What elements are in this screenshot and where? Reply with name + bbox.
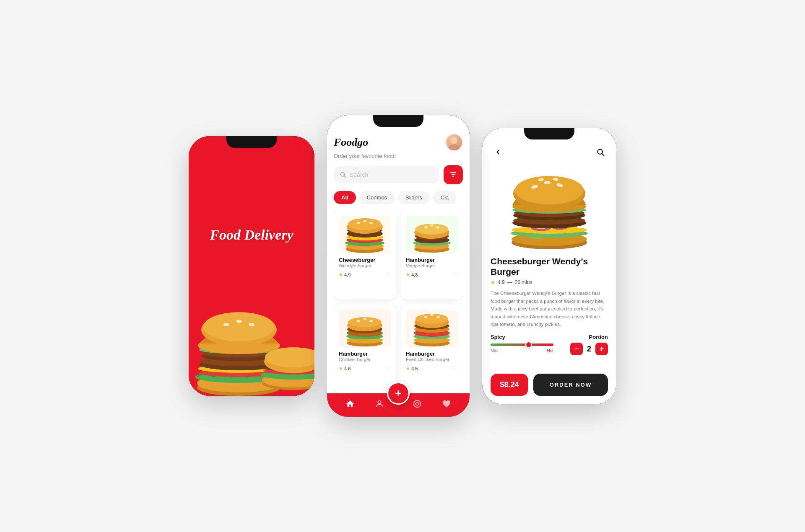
phones-container: Food Delivery [189, 115, 616, 417]
svg-point-41 [363, 220, 366, 222]
nav-home[interactable] [345, 399, 355, 411]
svg-point-24 [448, 145, 460, 151]
svg-point-40 [357, 222, 360, 224]
heart-1[interactable]: ♡ [385, 271, 391, 279]
svg-point-98 [544, 181, 551, 184]
food-name-3: Hamburger [339, 351, 391, 357]
svg-point-14 [236, 320, 242, 323]
svg-point-52 [436, 227, 439, 229]
svg-point-62 [369, 320, 373, 322]
app-name: Foodgo [334, 136, 368, 149]
spicy-section: Spicy Mild Hot [491, 334, 553, 353]
detail-search-icon[interactable] [593, 145, 608, 160]
svg-point-72 [430, 314, 434, 316]
food-name-2: Hamburger [406, 257, 458, 263]
filter-button[interactable] [444, 165, 463, 184]
nav-orders[interactable] [413, 399, 422, 411]
portion-label: Portion [589, 334, 608, 340]
food-grid: Cheeseburger Wendy's Burger ★ 4.9 ♡ [334, 211, 463, 393]
svg-point-71 [424, 316, 427, 318]
order-now-button[interactable]: ORDER NOW [533, 374, 608, 396]
food-rating-2: ★ 4.8 [406, 272, 418, 277]
food-rating-4: ★ 4.5 [406, 366, 418, 371]
portion-controls: − 2 + [570, 343, 608, 355]
bottom-nav [327, 393, 470, 417]
tab-classic[interactable]: Cla [433, 191, 457, 204]
svg-point-25 [451, 137, 457, 143]
heart-3[interactable]: ♡ [385, 364, 391, 372]
detail-content: Cheeseburger Wendy's Burger ★ 4.9 — 26 m… [482, 251, 616, 374]
svg-point-12 [203, 312, 275, 341]
svg-point-42 [369, 222, 373, 224]
detail-top-nav [482, 139, 616, 163]
food-rating-1: ★ 4.9 [339, 272, 351, 277]
food-name-1: Cheeseburger [339, 257, 391, 263]
search-placeholder: Search [350, 171, 368, 178]
svg-point-15 [249, 323, 254, 326]
category-tabs: All Combos Sliders Cla [334, 191, 463, 204]
svg-point-13 [223, 323, 229, 326]
splash-burger [189, 300, 314, 396]
nav-favorites[interactable] [442, 399, 451, 411]
tab-sliders[interactable]: Sliders [398, 191, 430, 204]
tab-all[interactable]: All [334, 191, 356, 204]
search-input[interactable]: Search [334, 166, 439, 183]
spicy-slider-track[interactable] [491, 343, 553, 346]
detail-controls: Spicy Mild Hot Portion − 2 [491, 334, 608, 355]
food-rating-3: ★ 4.6 [339, 366, 351, 371]
svg-line-80 [602, 154, 604, 156]
avatar[interactable] [445, 134, 463, 151]
svg-point-60 [357, 320, 360, 322]
phone-splash: Food Delivery [189, 136, 314, 396]
search-icon [340, 171, 346, 178]
svg-point-26 [341, 173, 345, 176]
detail-meta: ★ 4.9 — 26 mins [491, 279, 608, 285]
nav-fab[interactable] [387, 382, 410, 405]
svg-point-74 [378, 401, 381, 404]
back-button[interactable] [491, 145, 506, 160]
food-card-2[interactable]: Hamburger Veggie Burger ★ 4.8 ♡ [401, 211, 463, 300]
tab-combos[interactable]: Combos [359, 191, 395, 204]
svg-point-61 [363, 318, 366, 320]
svg-point-51 [430, 225, 434, 227]
detail-title: Cheeseburger Wendy's Burger [491, 256, 608, 277]
detail-description: The Cheeseburger Wendy's Burger is a cla… [491, 289, 608, 328]
food-card-3[interactable]: Hamburger Chicken Burger ★ 4.6 ♡ [334, 305, 396, 393]
portion-minus[interactable]: − [570, 343, 583, 355]
svg-point-50 [424, 227, 428, 229]
detail-hero [482, 163, 616, 251]
food-sub-4: Fried Chicken Burger [406, 357, 458, 362]
splash-title: Food Delivery [210, 227, 293, 243]
svg-point-73 [436, 316, 440, 318]
detail-actions: $8.24 ORDER NOW [482, 374, 616, 404]
svg-point-96 [515, 176, 584, 204]
spicy-label: Spicy [491, 334, 553, 340]
food-card-1[interactable]: Cheeseburger Wendy's Burger ★ 4.9 ♡ [334, 211, 396, 300]
food-sub-3: Chicken Burger [339, 357, 391, 362]
nav-profile[interactable] [375, 399, 384, 411]
search-bar[interactable]: Search [334, 165, 463, 184]
svg-point-77 [414, 400, 421, 408]
app-subtitle: Order your favourite food! [334, 153, 463, 159]
price-button[interactable]: $8.24 [491, 374, 528, 396]
filter-icon [449, 170, 457, 179]
portion-section: Portion − 2 + [570, 334, 608, 355]
svg-line-27 [344, 176, 346, 178]
spicy-thumb [525, 341, 532, 348]
food-card-4[interactable]: Hamburger Fried Chicken Burger ★ 4.5 ♡ [401, 305, 463, 393]
phone-main: Foodgo Order your favourite food! [327, 115, 470, 417]
food-sub-2: Veggie Burger [406, 263, 458, 268]
svg-point-39 [348, 218, 382, 230]
portion-plus[interactable]: + [595, 343, 608, 355]
svg-point-78 [415, 402, 418, 405]
phone-detail: Cheeseburger Wendy's Burger ★ 4.9 — 26 m… [482, 128, 616, 404]
food-name-4: Hamburger [406, 351, 458, 357]
food-sub-1: Wendy's Burger [339, 263, 391, 268]
portion-count: 2 [587, 345, 591, 354]
spicy-range: Mild Hot [491, 349, 553, 353]
heart-2[interactable]: ♡ [452, 271, 458, 279]
heart-4[interactable]: ♡ [452, 364, 458, 372]
svg-point-79 [597, 149, 602, 154]
